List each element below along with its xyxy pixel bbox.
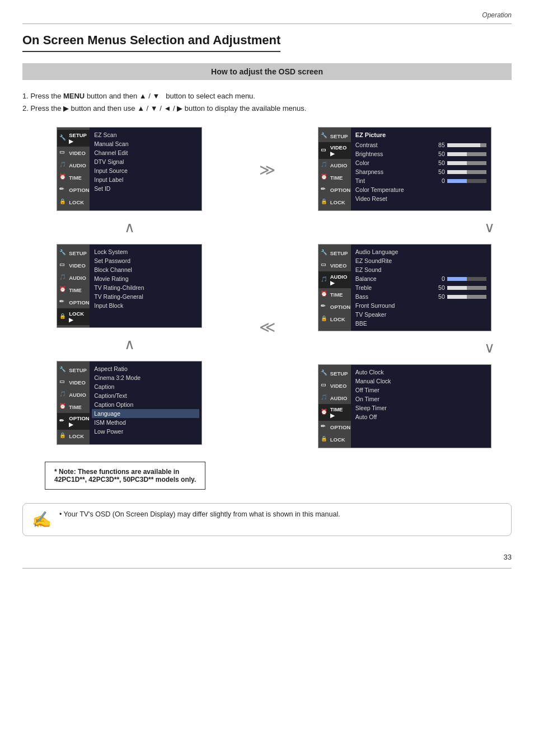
time-panel: 🔧SETUP ▭VIDEO 🎵AUDIO ⏰TIME ▶ ✏OPTION 🔒LO… [318, 364, 491, 448]
right-arrow: ≫ [259, 161, 275, 179]
down-arrow-2: ∧ [124, 336, 135, 353]
screen-icon5: ▭ [321, 261, 329, 269]
lock-icon: 🔒 [59, 198, 67, 206]
audio-icon2: 🎵 [59, 274, 67, 281]
tool-icon2: 🔧 [59, 249, 67, 257]
screen-icon2: ▭ [59, 261, 67, 269]
setup-panel: 🔧SETUP ▶ ▭VIDEO 🎵AUDIO ⏰TIME ✏OPTION 🔒LO… [57, 127, 202, 211]
tip-icon: ✍ [32, 510, 51, 529]
tip-text: • Your TV's OSD (On Screen Display) may … [59, 510, 340, 518]
screen-icon: ▭ [59, 149, 67, 157]
audio-icon4: 🎵 [321, 161, 329, 169]
note-box: * Note: These functions are available in… [45, 462, 205, 490]
clock-icon: ⏰ [59, 173, 67, 181]
option-icon4: ✏ [321, 186, 329, 194]
audio-icon6: 🎵 [321, 394, 329, 402]
clock-icon5: ⏰ [321, 290, 329, 298]
lock-icon5: 🔒 [321, 315, 329, 323]
page-title: On Screen Menus Selection and Adjustment [22, 33, 280, 52]
left-arrow: ≪ [259, 318, 275, 336]
lock-icon3: 🔒 [59, 432, 67, 440]
down-arrow-1: ∧ [124, 219, 135, 236]
option-icon2: ✏ [59, 298, 67, 306]
screen-icon4: ▭ [321, 147, 329, 154]
audio-icon: 🎵 [59, 161, 67, 169]
lock-icon2: 🔒 [59, 313, 67, 321]
page-number: 33 [22, 553, 512, 561]
tip-box: ✍ • Your TV's OSD (On Screen Display) ma… [22, 503, 512, 536]
video-panel: 🔧SETUP ▭VIDEO ▶ 🎵AUDIO ⏰TIME ✏OPTION 🔒LO… [318, 127, 491, 211]
lock-icon4: 🔒 [321, 198, 329, 206]
how-to-box: How to adjust the OSD screen [22, 63, 512, 80]
menu-bold: MENU [63, 92, 85, 100]
screen-icon6: ▭ [321, 382, 329, 389]
clock-icon4: ⏰ [321, 173, 329, 181]
audio-panel: 🔧SETUP ▭VIDEO 🎵AUDIO ▶ ⏰TIME ✏OPTION 🔒LO… [318, 244, 491, 331]
screen-icon3: ▭ [59, 378, 67, 386]
down-arrow-3: ∨ [484, 219, 495, 236]
section-label: Operation [22, 11, 512, 19]
audio-icon3: 🎵 [59, 391, 67, 398]
option-icon: ✏ [59, 186, 67, 194]
lock-icon6: 🔒 [321, 435, 329, 443]
clock-icon3: ⏰ [59, 403, 67, 411]
clock-icon6: ⏰ [321, 408, 329, 416]
tool-icon4: 🔧 [321, 132, 329, 140]
option-icon5: ✏ [321, 303, 329, 311]
option-icon3: ✏ [59, 417, 67, 425]
audio-icon5: 🎵 [321, 276, 329, 284]
lock-panel: 🔧SETUP ▭VIDEO 🎵AUDIO ⏰TIME ✏OPTION 🔒LOCK… [57, 244, 202, 328]
tool-icon: 🔧 [59, 134, 67, 142]
tool-icon5: 🔧 [321, 249, 329, 257]
instructions: 1. Press the MENU button and then ▲ / ▼ … [22, 90, 512, 115]
option-panel: 🔧SETUP ▭VIDEO 🎵AUDIO ⏰TIME ✏OPTION ▶ 🔒LO… [57, 361, 202, 445]
tool-icon6: 🔧 [321, 369, 329, 377]
clock-icon2: ⏰ [59, 286, 67, 294]
down-arrow-4: ∨ [484, 339, 495, 356]
option-icon6: ✏ [321, 423, 329, 431]
tool-icon3: 🔧 [59, 366, 67, 374]
